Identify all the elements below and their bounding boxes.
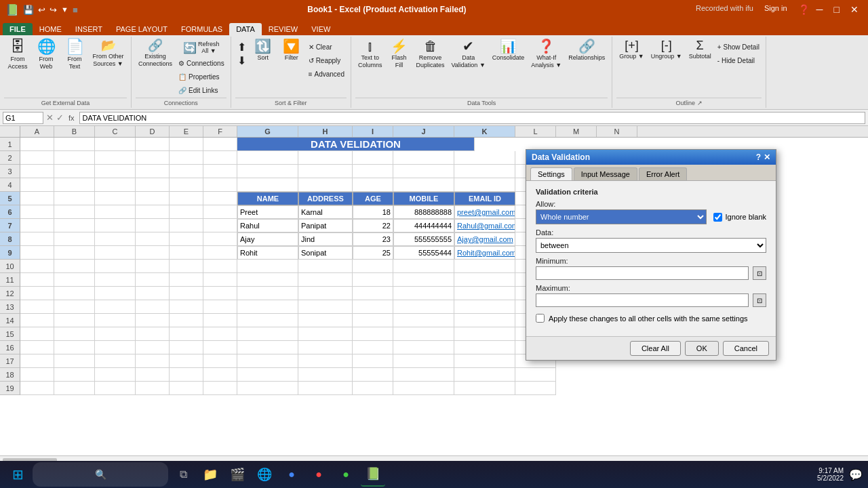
cell-b10[interactable]: [54, 260, 95, 273]
dv-tab-input-message[interactable]: Input Message: [574, 167, 637, 180]
hide-detail-button[interactable]: - Hide Detail: [715, 54, 762, 66]
cell-f2[interactable]: [203, 151, 237, 165]
quick-access-save[interactable]: 💾: [23, 5, 34, 15]
quick-access-redo[interactable]: ↪: [50, 5, 57, 15]
cell-i3[interactable]: [353, 165, 393, 178]
cell-d10[interactable]: [136, 260, 170, 273]
col-header-k[interactable]: K: [454, 126, 515, 137]
from-access-button[interactable]: 🗄 FromAccess: [4, 38, 31, 77]
minimize-btn[interactable]: ─: [812, 4, 827, 15]
from-other-button[interactable]: 📂 From OtherSources ▼: [90, 38, 127, 77]
sort-asc-button[interactable]: ⬆: [235, 41, 248, 53]
notification-icon[interactable]: 💬: [849, 468, 863, 481]
taskbar-search[interactable]: 🔍: [33, 462, 168, 487]
cell-k7[interactable]: Rahul@gmail.com: [454, 219, 515, 232]
cell-h4[interactable]: [298, 178, 353, 192]
start-button[interactable]: ⊞: [5, 462, 30, 487]
maximize-btn[interactable]: □: [830, 4, 844, 15]
insert-function-icon[interactable]: fx: [66, 114, 77, 122]
cell-k4[interactable]: [454, 178, 515, 192]
row-header-3[interactable]: 3: [0, 165, 20, 178]
cell-e9[interactable]: [170, 246, 203, 260]
cell-f8[interactable]: [203, 232, 237, 246]
existing-connections-button[interactable]: 🔗 ExistingConnections: [136, 38, 175, 77]
row-header-9[interactable]: 9: [0, 246, 20, 260]
cell-g9[interactable]: Rohit: [237, 246, 298, 260]
tab-pagelayout[interactable]: PAGE LAYOUT: [109, 23, 174, 35]
cell-f9[interactable]: [203, 246, 237, 260]
col-header-h[interactable]: H: [298, 126, 353, 137]
cell-i10[interactable]: [353, 260, 393, 273]
edit-links-button[interactable]: 🔗 Edit Links: [176, 84, 226, 96]
dv-apply-checkbox[interactable]: [536, 314, 545, 323]
col-header-c[interactable]: C: [95, 126, 136, 137]
formula-input[interactable]: DATA VELIDATION: [79, 112, 865, 124]
col-header-d[interactable]: D: [136, 126, 170, 137]
cell-k10[interactable]: [454, 260, 515, 273]
cell-h6[interactable]: Karnal: [298, 205, 353, 219]
cell-a3[interactable]: [20, 165, 54, 178]
col-header-m[interactable]: M: [556, 126, 597, 137]
cell-g5-header[interactable]: NAME: [237, 192, 298, 205]
dv-close-button[interactable]: ✕: [764, 152, 770, 162]
cancel-formula-icon[interactable]: ✕: [46, 113, 54, 123]
col-header-e[interactable]: E: [170, 126, 203, 137]
col-header-f[interactable]: F: [203, 126, 237, 137]
cell-c9[interactable]: [95, 246, 136, 260]
filter-button[interactable]: 🔽 Filter: [278, 38, 305, 77]
cell-k6[interactable]: preet@gmail.com: [454, 205, 515, 219]
cell-b5[interactable]: [54, 192, 95, 205]
cell-d8[interactable]: [136, 232, 170, 246]
cell-g10[interactable]: [237, 260, 298, 273]
remove-duplicates-button[interactable]: 🗑 RemoveDuplicates: [413, 38, 447, 77]
cell-j6[interactable]: 888888888: [393, 205, 454, 219]
cell-k8[interactable]: Ajay@gmail.com: [454, 232, 515, 246]
cell-b8[interactable]: [54, 232, 95, 246]
cell-a11[interactable]: [20, 273, 54, 287]
taskbar-video[interactable]: 🎬: [225, 462, 250, 487]
cell-d7[interactable]: [136, 219, 170, 232]
ungroup-button[interactable]: [-] Ungroup ▼: [648, 38, 685, 77]
tab-data[interactable]: DATA: [229, 23, 262, 35]
cell-j8[interactable]: 555555555: [393, 232, 454, 246]
taskbar-files[interactable]: 📁: [198, 462, 222, 487]
what-if-button[interactable]: ❓ What-IfAnalysis ▼: [528, 38, 564, 77]
cell-k9[interactable]: Rohit@gmail.com: [454, 246, 515, 260]
quick-access-undo[interactable]: ↩: [38, 5, 45, 15]
cell-h10[interactable]: [298, 260, 353, 273]
dv-ok-button[interactable]: OK: [685, 341, 719, 356]
tab-insert[interactable]: INSERT: [68, 23, 109, 35]
cell-h8[interactable]: Jind: [298, 232, 353, 246]
cell-c10[interactable]: [95, 260, 136, 273]
cell-e4[interactable]: [170, 178, 203, 192]
cell-d1[interactable]: [136, 138, 170, 151]
dv-data-select[interactable]: between not between equal to not equal t…: [536, 238, 766, 253]
taskbar-browser1[interactable]: 🌐: [252, 462, 277, 487]
cell-j5-header[interactable]: MOBILE: [393, 192, 454, 205]
col-header-i[interactable]: I: [353, 126, 393, 137]
from-web-button[interactable]: 🌐 FromWeb: [33, 38, 60, 77]
cell-a1[interactable]: [20, 138, 54, 151]
col-header-j[interactable]: J: [393, 126, 454, 137]
cell-j7[interactable]: 444444444: [393, 219, 454, 232]
col-header-g[interactable]: G: [237, 126, 298, 137]
show-detail-button[interactable]: + Show Detail: [715, 41, 762, 53]
help-btn[interactable]: ❓: [798, 4, 810, 15]
dv-minimum-ref-button[interactable]: ⊡: [753, 266, 766, 280]
tab-home[interactable]: HOME: [33, 23, 68, 35]
row-header-11[interactable]: 11: [0, 273, 20, 287]
cell-a7[interactable]: [20, 219, 54, 232]
col-header-n[interactable]: N: [597, 126, 637, 137]
row-header-8[interactable]: 8: [0, 232, 20, 246]
cell-f3[interactable]: [203, 165, 237, 178]
cell-c6[interactable]: [95, 205, 136, 219]
tab-view[interactable]: VIEW: [304, 23, 337, 35]
cell-c8[interactable]: [95, 232, 136, 246]
taskbar-browser2[interactable]: ●: [279, 462, 304, 487]
dv-maximum-ref-button[interactable]: ⊡: [753, 293, 766, 307]
cell-e3[interactable]: [170, 165, 203, 178]
outline-expand[interactable]: ↗: [697, 100, 703, 106]
cell-d2[interactable]: [136, 151, 170, 165]
advanced-button[interactable]: ≡ Advanced: [307, 68, 347, 80]
dv-allow-select[interactable]: Whole number Any value Decimal List Date…: [536, 209, 707, 224]
